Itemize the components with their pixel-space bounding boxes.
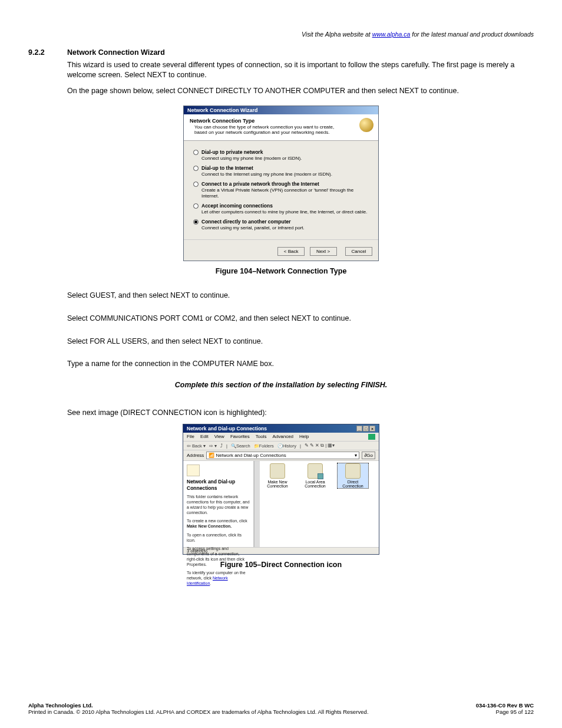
radio-icon[interactable] xyxy=(193,182,199,187)
menu-item[interactable]: Favorites xyxy=(230,434,250,440)
menu-item[interactable]: Help xyxy=(299,434,309,440)
window-controls: _□× xyxy=(356,426,375,431)
explorer-left-panel: Network and Dial-up Connections This fol… xyxy=(183,461,254,547)
wizard-option-text: Accept incoming connectionsLet other com… xyxy=(201,203,368,215)
toolbar-history-button[interactable]: 🕘History xyxy=(277,443,296,449)
left-panel-p4: To access settings and components of a c… xyxy=(187,546,250,567)
left-panel-title: Network and Dial-up Connections xyxy=(187,479,250,491)
paragraph-7: See next image (DIRECT CONNECTION icon i… xyxy=(67,408,534,418)
paragraph-3: Select GUEST, and then select NEXT to co… xyxy=(67,291,534,301)
menu-item[interactable]: View xyxy=(214,434,224,440)
wizard-header: Network Connection Type You can choose t… xyxy=(184,114,378,141)
menu-item[interactable]: Advanced xyxy=(272,434,293,440)
explorer-addressbar: Address 📶 Network and Dial-up Connection… xyxy=(183,450,379,461)
go-button[interactable]: ∂Go xyxy=(362,452,375,459)
minimize-icon[interactable]: _ xyxy=(356,426,362,431)
wizard-header-title: Network Connection Type xyxy=(190,118,373,124)
wizard-cancel-button[interactable]: Cancel xyxy=(345,247,372,256)
folder-icon xyxy=(187,465,200,476)
wizard-titlebar: Network Connection Wizard xyxy=(184,106,378,114)
radio-icon[interactable] xyxy=(193,219,199,225)
section-title: Network Connection Wizard xyxy=(67,48,165,57)
section-number: 9.2.2 xyxy=(28,48,54,57)
maximize-icon[interactable]: □ xyxy=(363,426,369,431)
connection-icon xyxy=(308,463,323,479)
wizard-back-button[interactable]: < Back xyxy=(277,247,305,256)
footer-docnum: 034-136-C0 Rev B WC xyxy=(476,702,534,709)
header-note-prefix: Visit the Alpha website at xyxy=(302,31,372,38)
toolbar-back-button[interactable]: ⇦ Back ▾ xyxy=(187,443,206,449)
wizard-header-sub: You can choose the type of network conne… xyxy=(194,124,336,136)
chevron-down-icon[interactable]: ▾ xyxy=(355,453,357,458)
radio-icon[interactable] xyxy=(193,150,199,155)
toolbar-forward-button[interactable]: ⇨ ▾ xyxy=(209,443,217,449)
toolbar-folders-button[interactable]: 📁Folders xyxy=(254,443,274,449)
radio-icon[interactable] xyxy=(193,203,199,209)
explorer-menubar: FileEditViewFavoritesToolsAdvancedHelp xyxy=(183,433,379,442)
wizard-dialog: Network Connection Wizard Network Connec… xyxy=(183,106,379,261)
wizard-option[interactable]: Connect directly to another computerConn… xyxy=(193,219,369,231)
header-note: Visit the Alpha website at www.alpha.ca … xyxy=(28,31,534,38)
wizard-buttons: < Back Next > Cancel xyxy=(184,239,378,261)
connection-icon xyxy=(270,463,285,479)
windows-flag-icon xyxy=(368,434,375,440)
address-field[interactable]: 📶 Network and Dial-up Connections▾ xyxy=(206,452,359,459)
explorer-titlebar: Network and Dial-up Connections _□× xyxy=(183,424,379,433)
explorer-title-text: Network and Dial-up Connections xyxy=(187,426,267,431)
scrollbar[interactable] xyxy=(254,461,260,547)
header-link[interactable]: www.alpha.ca xyxy=(372,31,411,38)
figure-104-caption: Figure 104–Network Connection Type xyxy=(28,267,534,275)
connection-label: Make New Connection xyxy=(262,480,293,488)
menu-item[interactable]: Tools xyxy=(256,434,267,440)
radio-icon[interactable] xyxy=(193,166,199,171)
address-label: Address xyxy=(187,453,204,458)
wizard-option-text: Dial-up to the InternetConnect to the In… xyxy=(201,165,332,177)
toolbar-misc-icons[interactable]: ✎ ✎ ✕ ⧉ | ▦▾ xyxy=(305,443,335,449)
connection-label: Local Area Connection xyxy=(300,480,330,488)
connection-item[interactable]: Make New Connection xyxy=(262,463,293,488)
wizard-icon xyxy=(359,118,373,132)
wizard-option[interactable]: Accept incoming connectionsLet other com… xyxy=(193,203,369,215)
wizard-next-button[interactable]: Next > xyxy=(310,247,337,256)
paragraph-2: On the page shown below, select CONNECT … xyxy=(67,86,534,96)
footer-company: Alpha Technologies Ltd. xyxy=(28,702,369,709)
header-note-suffix: for the latest manual and product downlo… xyxy=(410,31,534,38)
finish-instruction: Complete this section of the installatio… xyxy=(28,381,534,389)
menu-item[interactable]: Edit xyxy=(200,434,209,440)
wizard-option-text: Dial-up to private networkConnect using … xyxy=(201,149,302,162)
connection-label: Direct Connection xyxy=(338,480,368,488)
connection-item[interactable]: Local Area Connection xyxy=(300,463,330,488)
page-footer: Alpha Technologies Ltd. Printed in Canad… xyxy=(28,702,534,715)
paragraph-4: Select COMMUNICATIONS PORT COM1 or COM2,… xyxy=(67,314,534,324)
menu-item[interactable]: File xyxy=(187,434,194,440)
left-panel-p2: To create a new connection, click Make N… xyxy=(187,519,250,529)
explorer-content: Make New ConnectionLocal Area Connection… xyxy=(260,461,379,547)
toolbar-search-button[interactable]: 🔍Search xyxy=(231,443,250,449)
wizard-option[interactable]: Dial-up to the InternetConnect to the In… xyxy=(193,165,369,177)
wizard-option[interactable]: Connect to a private network through the… xyxy=(193,181,369,199)
left-panel-p5: To identify your computer on the network… xyxy=(187,571,250,586)
connection-item[interactable]: Direct Connection xyxy=(338,463,368,488)
connection-icon xyxy=(345,463,361,479)
left-panel-p1: This folder contains network connections… xyxy=(187,495,250,515)
toolbar-up-button[interactable]: ⤴ xyxy=(220,443,223,449)
footer-pagenum: Page 95 of 122 xyxy=(476,709,534,715)
paragraph-1: This wizard is used to create several di… xyxy=(67,60,534,80)
paragraph-5: Select FOR ALL USERS, and then select NE… xyxy=(67,337,534,347)
wizard-option-text: Connect directly to another computerConn… xyxy=(201,219,305,231)
wizard-option[interactable]: Dial-up to private networkConnect using … xyxy=(193,149,369,162)
explorer-toolbar: ⇦ Back ▾ ⇨ ▾ ⤴ | 🔍Search 📁Folders 🕘Histo… xyxy=(183,442,379,450)
explorer-window: Network and Dial-up Connections _□× File… xyxy=(183,424,379,555)
figure-105-caption: Figure 105–Direct Connection icon xyxy=(28,561,534,569)
paragraph-6: Type a name for the connection in the CO… xyxy=(67,359,534,369)
left-panel-p3: To open a connection, click its icon. xyxy=(187,533,250,543)
wizard-option-text: Connect to a private network through the… xyxy=(201,181,369,199)
footer-copyright: Printed in Canada. © 2010 Alpha Technolo… xyxy=(28,709,369,715)
close-icon[interactable]: × xyxy=(369,426,375,431)
wizard-body: Dial-up to private networkConnect using … xyxy=(184,141,378,239)
